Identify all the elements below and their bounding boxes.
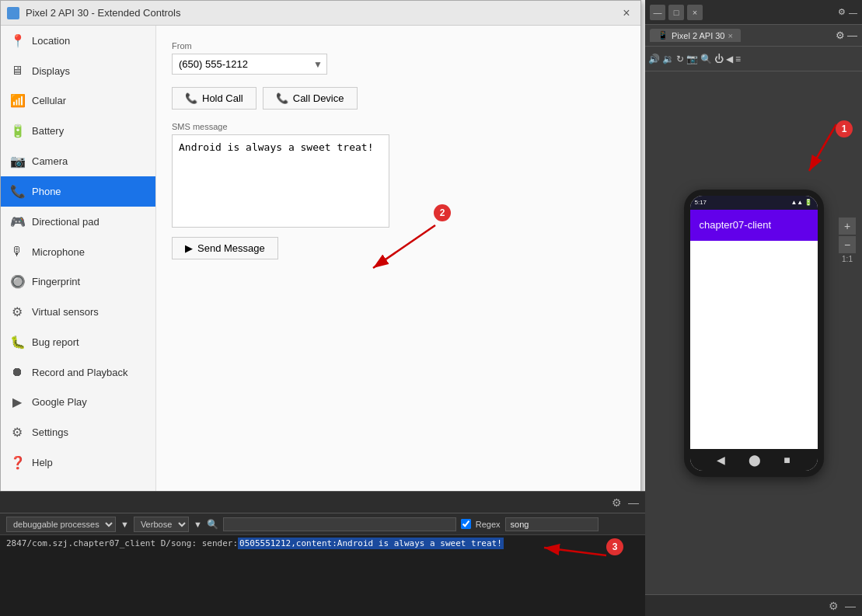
sidebar-label-google-play: Google Play	[32, 396, 87, 408]
emulator-maximize-btn[interactable]: ×	[687, 5, 703, 20]
emulator-icon-toolbar: 🔊 🔉 ↻ 📷 🔍 ⏻ ◀ ≡	[645, 47, 862, 71]
record-icon: ⏺	[10, 365, 24, 379]
emulator-settings-btn[interactable]: ⚙	[836, 30, 845, 41]
regex-label: Regex	[476, 520, 501, 529]
home-nav-btn[interactable]: ⬤	[749, 454, 761, 466]
regex-checkbox[interactable]	[461, 519, 471, 529]
log-toolbar: debuggable processes ▼ Verbose ▼ 🔍 Regex	[0, 513, 645, 535]
call-device-button[interactable]: 📞 Call Device	[263, 87, 358, 110]
microphone-icon: 🎙	[10, 245, 24, 259]
phone-panel: From (650) 555-1212 ▼ 📞 Hold Call 📞 Call…	[156, 26, 640, 512]
sidebar-label-microphone: Microphone	[32, 246, 85, 258]
bug-icon: 🐛	[10, 335, 24, 350]
sidebar-item-settings[interactable]: ⚙ Settings	[1, 417, 155, 447]
emulator-settings-icon: ⚙	[838, 7, 846, 17]
log-highlight: 0505551212,content:Android is always a s…	[238, 538, 504, 549]
zoom-ratio-label: 1:1	[842, 255, 853, 263]
emulator-collapse-btn[interactable]: —	[847, 30, 857, 41]
gear-icon[interactable]: ⚙	[612, 496, 622, 509]
bottom-gear-bar: ⚙ —	[0, 491, 645, 513]
close-button[interactable]: ×	[619, 5, 634, 21]
process-select[interactable]: debuggable processes	[6, 517, 116, 532]
zoom-icon[interactable]: 🔍	[700, 54, 712, 64]
send-message-button[interactable]: ▶ Send Message	[172, 237, 278, 259]
emulator-tab-close[interactable]: ×	[728, 31, 733, 40]
sidebar-label-help: Help	[32, 457, 53, 468]
sidebar-item-help[interactable]: ❓ Help	[1, 447, 155, 478]
power-icon[interactable]: ⏻	[714, 54, 724, 64]
menu-icon[interactable]: ≡	[735, 54, 741, 64]
log-text: 2847/com.szj.chapter07_client D/song: se…	[6, 538, 238, 548]
sidebar-item-battery[interactable]: 🔋 Battery	[1, 116, 155, 146]
sidebar-item-fingerprint[interactable]: 🔘 Fingerprint	[1, 266, 155, 297]
back-nav-btn[interactable]: ◀	[717, 454, 725, 466]
send-label: Send Message	[197, 242, 265, 254]
virtual-sensors-icon: ⚙	[10, 305, 24, 319]
call-button-row: 📞 Hold Call 📞 Call Device	[172, 87, 625, 110]
dpad-icon: 🎮	[10, 214, 24, 229]
sidebar-label-record-playback: Record and Playback	[32, 367, 128, 378]
phone-device: 5:17 ▲▲ 🔋 chapter07-client ◀ ⬤ ■	[684, 190, 824, 477]
sidebar-label-displays: Displays	[32, 65, 70, 77]
sidebar-label-phone: Phone	[32, 186, 61, 197]
battery-icon: 🔋	[10, 124, 24, 138]
zoom-out-btn[interactable]: −	[839, 236, 856, 253]
hold-call-button[interactable]: 📞 Hold Call	[172, 87, 257, 110]
phone-icon: 📞	[10, 184, 24, 199]
emulator-restore-btn[interactable]: □	[668, 5, 684, 20]
zoom-controls: + − 1:1	[839, 218, 856, 263]
sidebar-label-dpad: Directional pad	[32, 216, 99, 228]
sidebar-item-displays[interactable]: 🖥 Displays	[1, 56, 155, 85]
sms-textarea[interactable]: Android is always a sweet treat!	[172, 134, 389, 228]
sidebar-item-microphone[interactable]: 🎙 Microphone	[1, 237, 155, 266]
sidebar-label-battery: Battery	[32, 125, 64, 137]
emulator-tab-icon: 📱	[658, 30, 668, 40]
annotation-3: 3	[606, 538, 623, 555]
zoom-in-btn[interactable]: +	[839, 218, 856, 235]
emulator-bottom-gear-icon[interactable]: ⚙	[829, 600, 839, 612]
rotate-icon[interactable]: ↻	[676, 54, 684, 64]
dropdown-arrow-process: ▼	[120, 520, 129, 529]
log-filter-input[interactable]	[223, 517, 456, 531]
sidebar-item-google-play[interactable]: ▶ Google Play	[1, 387, 155, 417]
sidebar-label-settings: Settings	[32, 426, 68, 438]
volume-up-icon[interactable]: 🔊	[648, 54, 660, 64]
fingerprint-icon: 🔘	[10, 274, 24, 289]
emulator-close-btn[interactable]: —	[650, 5, 665, 20]
annotation-2: 2	[434, 204, 451, 221]
search-icon: 🔍	[207, 519, 218, 530]
screenshot-icon[interactable]: 📷	[686, 54, 698, 64]
back-icon[interactable]: ◀	[726, 54, 733, 64]
from-select[interactable]: (650) 555-1212	[172, 54, 327, 75]
call-device-icon: 📞	[276, 92, 288, 104]
emulator-outer-toolbar: — □ × ⚙ —	[645, 0, 862, 25]
log-search-input[interactable]	[505, 517, 599, 531]
sidebar: 📍 Location 🖥 Displays 📶 Cellular 🔋 Batte…	[1, 26, 156, 512]
sidebar-label-camera: Camera	[32, 155, 68, 167]
recent-nav-btn[interactable]: ■	[783, 454, 790, 466]
title-bar-left: Pixel 2 API 30 - Extended Controls	[7, 7, 180, 19]
minus-icon[interactable]: —	[628, 496, 639, 509]
hold-call-label: Hold Call	[202, 92, 243, 104]
help-icon: ❓	[10, 455, 24, 470]
sidebar-item-record-playback[interactable]: ⏺ Record and Playback	[1, 357, 155, 387]
emulator-menu-icon: —	[849, 8, 857, 17]
sidebar-item-location[interactable]: 📍 Location	[1, 26, 155, 56]
sidebar-item-cellular[interactable]: 📶 Cellular	[1, 85, 155, 116]
emulator-bottom-minus-icon[interactable]: —	[845, 600, 856, 612]
sidebar-item-dpad[interactable]: 🎮 Directional pad	[1, 207, 155, 237]
sidebar-item-virtual-sensors[interactable]: ⚙ Virtual sensors	[1, 297, 155, 327]
sidebar-label-cellular: Cellular	[32, 95, 66, 106]
phone-app-title: chapter07-client	[700, 219, 772, 231]
phone-status-bar: 5:17 ▲▲ 🔋	[690, 196, 818, 210]
emulator-tab[interactable]: 📱 Pixel 2 API 30 ×	[650, 29, 741, 42]
sidebar-item-phone[interactable]: 📞 Phone	[1, 176, 155, 207]
emulator-bottom-bar: ⚙ —	[645, 594, 862, 616]
window-title: Pixel 2 API 30 - Extended Controls	[26, 7, 180, 19]
verbose-select[interactable]: Verbose	[134, 517, 189, 532]
volume-down-icon[interactable]: 🔉	[662, 54, 674, 64]
sidebar-item-camera[interactable]: 📷 Camera	[1, 146, 155, 176]
phone-app-bar: chapter07-client	[690, 210, 818, 241]
sidebar-item-bug-report[interactable]: 🐛 Bug report	[1, 327, 155, 357]
google-play-icon: ▶	[10, 395, 24, 409]
